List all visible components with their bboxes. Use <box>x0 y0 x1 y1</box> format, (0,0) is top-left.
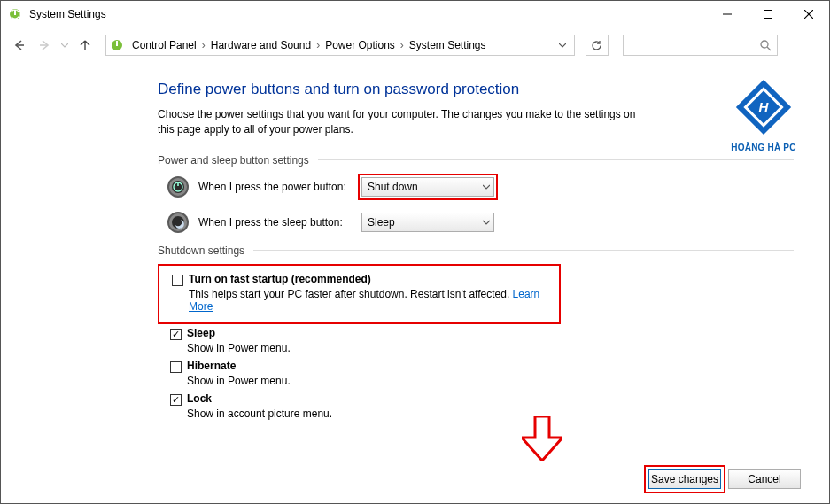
highlight-box: Turn on fast startup (recommended) This … <box>158 264 561 324</box>
svg-rect-1 <box>14 10 16 15</box>
power-button-label: When I press the power button: <box>198 181 349 193</box>
page-heading: Define power buttons and turn on passwor… <box>158 81 794 98</box>
breadcrumb-item[interactable]: Control Panel <box>129 39 199 51</box>
lock-checkbox[interactable] <box>170 394 182 406</box>
history-dropdown[interactable] <box>59 35 70 55</box>
fast-startup-label: Turn on fast startup (recommended) <box>189 273 371 285</box>
forward-button[interactable] <box>35 35 54 55</box>
sleep-button-dropdown[interactable]: Sleep <box>361 213 494 232</box>
chevron-right-icon: › <box>399 39 405 51</box>
app-icon <box>8 7 22 21</box>
chevron-down-icon[interactable] <box>555 42 570 49</box>
fast-startup-checkbox[interactable] <box>172 275 183 286</box>
sleep-button-label: When I press the sleep button: <box>198 216 349 229</box>
window-title: System Settings <box>29 8 106 20</box>
dropdown-value: Shut down <box>368 181 418 193</box>
titlebar: System Settings <box>1 1 829 27</box>
svg-point-11 <box>761 41 768 48</box>
hibernate-label: Hibernate <box>187 360 236 372</box>
chevron-down-icon <box>483 216 490 229</box>
chevron-down-icon <box>483 181 490 193</box>
dropdown-value: Sleep <box>368 216 395 229</box>
section-title: Shutdown settings <box>158 244 794 257</box>
section-title: Power and sleep button settings <box>158 154 794 167</box>
up-button[interactable] <box>75 35 95 55</box>
lock-description: Show in account picture menu. <box>187 407 794 420</box>
annotation-arrow-icon <box>522 416 562 463</box>
chevron-right-icon: › <box>315 39 321 51</box>
svg-rect-10 <box>116 41 118 46</box>
sleep-checkbox[interactable] <box>170 329 182 340</box>
hibernate-checkbox[interactable] <box>170 361 182 373</box>
minimize-button[interactable] <box>707 1 748 27</box>
refresh-button[interactable] <box>586 35 609 56</box>
chevron-right-icon: › <box>201 39 206 51</box>
navbar: Control Panel› Hardware and Sound› Power… <box>1 27 829 63</box>
sleep-description: Show in Power menu. <box>187 342 794 354</box>
sleep-button-icon <box>167 211 190 234</box>
cancel-button[interactable]: Cancel <box>728 469 801 489</box>
svg-rect-4 <box>764 10 772 18</box>
back-button[interactable] <box>10 35 29 55</box>
power-icon <box>110 38 124 52</box>
section-label: Shutdown settings <box>158 244 244 257</box>
search-icon <box>760 40 772 51</box>
sleep-label: Sleep <box>187 327 215 339</box>
save-changes-button[interactable]: Save changes <box>648 469 721 489</box>
highlight-box: Shut down <box>358 174 498 200</box>
section-label: Power and sleep button settings <box>158 154 309 167</box>
breadcrumb-item[interactable]: Power Options <box>322 39 398 51</box>
address-bar[interactable]: Control Panel› Hardware and Sound› Power… <box>105 35 575 56</box>
power-button-icon <box>167 175 190 198</box>
lock-label: Lock <box>187 392 212 405</box>
maximize-button[interactable] <box>748 1 788 27</box>
page-description: Choose the power settings that you want … <box>158 107 654 138</box>
fast-startup-description: This helps start your PC faster after sh… <box>189 288 552 313</box>
search-input[interactable] <box>623 35 778 56</box>
hibernate-description: Show in Power menu. <box>187 375 794 387</box>
power-button-dropdown[interactable]: Shut down <box>361 177 494 197</box>
breadcrumb-item[interactable]: System Settings <box>407 39 489 51</box>
breadcrumb-item[interactable]: Hardware and Sound <box>208 39 314 51</box>
svg-line-12 <box>767 47 771 50</box>
close-button[interactable] <box>788 1 829 27</box>
